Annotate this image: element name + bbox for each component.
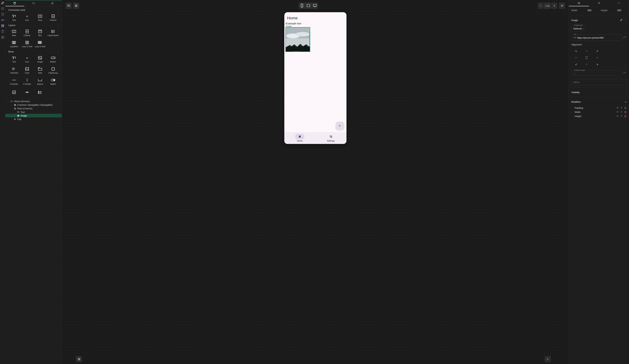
pal-switch[interactable]: Switch [47, 76, 60, 87]
pal-lazyrow[interactable]: LazyRow [7, 39, 21, 49]
pal-hdivider[interactable]: H Divider [7, 76, 21, 87]
delete-icon[interactable]: 🗑 [624, 115, 627, 118]
pal-box[interactable]: Box [34, 28, 47, 38]
drag-icon[interactable]: ⠿ [621, 115, 622, 118]
tab-actions[interactable] [589, 0, 609, 6]
canvas-add-button[interactable]: + [545, 356, 551, 362]
tree-row-image[interactable]: ▣Image [5, 114, 62, 118]
pal-textfield[interactable]: TextField [7, 65, 21, 76]
pal-column2[interactable]: Column [21, 28, 34, 38]
present-button[interactable] [66, 2, 72, 9]
nav-home[interactable]: Home [284, 132, 315, 144]
device-desktop[interactable] [312, 4, 317, 7]
nav-settings[interactable]: Settings [315, 132, 346, 144]
resize-handle-right[interactable] [310, 32, 310, 47]
align-center[interactable] [584, 55, 590, 60]
align-top[interactable]: ↑ [584, 49, 590, 53]
section-commonly-used[interactable]: Commonly used ⌄ [7, 7, 60, 12]
pal-button[interactable]: Button [47, 54, 60, 64]
rail-edit-icon[interactable] [1, 1, 4, 5]
tab-palette[interactable] [5, 0, 24, 6]
tree-row-home[interactable]: ⌄🗀Home (Screen) [5, 100, 62, 103]
pal-icon2[interactable]: ＋Icon [21, 54, 34, 64]
visibility-icon[interactable]: 👁 [617, 115, 619, 118]
grid-toggle-button[interactable] [73, 2, 79, 9]
bind-button[interactable] [623, 35, 627, 39]
delete-icon[interactable]: 🗑 [624, 107, 627, 109]
device-phone[interactable] [300, 4, 305, 8]
modifier-width[interactable]: › Width 👁⠿🗑 [571, 110, 627, 114]
alpha-input[interactable] [573, 81, 625, 84]
pal-spacer[interactable]: Spacer [34, 76, 47, 87]
tab-inspect[interactable] [569, 0, 589, 6]
align-top-left[interactable]: ↖ [573, 49, 579, 53]
width-value[interactable]: 320 [582, 9, 597, 12]
pal-numlist[interactable]: 123 [34, 87, 47, 98]
align-bottom-left[interactable]: ↙ [573, 62, 579, 66]
pal-lazycolumn[interactable]: LazyColumn [47, 28, 60, 38]
pal-checkbox[interactable] [7, 87, 21, 98]
drag-icon[interactable]: ⠿ [621, 111, 622, 114]
theme-toggle-button[interactable] [559, 2, 565, 9]
modifier-padding[interactable]: › Padding 👁⠿🗑 [571, 106, 627, 110]
align-bottom[interactable]: ↓ [584, 62, 590, 66]
pal-row2[interactable]: Row [7, 28, 21, 38]
tab-config[interactable] [43, 0, 62, 6]
selected-image[interactable] [286, 27, 310, 51]
pal-text2[interactable]: TTText [7, 54, 21, 64]
align-left[interactable]: ← [573, 55, 579, 60]
visibility-section[interactable]: Visibility ‹ [571, 90, 627, 94]
pal-icon[interactable]: ＋Icon [21, 12, 34, 23]
align-right[interactable]: → [594, 55, 600, 60]
device-tablet[interactable] [306, 4, 311, 7]
height-value[interactable]: 320 [612, 9, 627, 12]
pal-row[interactable]: Row [34, 12, 47, 23]
image-type-dropdown[interactable]: Image type Network⌄ [571, 25, 586, 32]
modifier-height[interactable]: › Height 👁⠿🗑 [571, 114, 627, 118]
rail-settings-icon[interactable] [1, 35, 4, 39]
rail-panel-icon[interactable] [1, 7, 4, 10]
pal-text[interactable]: TTText [7, 12, 21, 23]
rail-clipboard-icon[interactable] [1, 30, 4, 33]
canvas-grid-button[interactable] [76, 356, 82, 362]
rail-api-icon[interactable]: API [1, 18, 4, 22]
drag-icon[interactable]: ⠿ [621, 107, 622, 109]
pal-chipgroup[interactable]: ChipGroup [47, 65, 60, 76]
url-input[interactable] [577, 36, 620, 39]
tree-row-fab[interactable]: ⊕Fab [5, 118, 62, 121]
canvas[interactable]: − 1.0x + Home Example text Image + [62, 0, 569, 364]
align-top-right[interactable]: ↗ [594, 49, 600, 53]
pal-lazyhgrid[interactable]: Lazy H Grid [34, 39, 47, 49]
section-layout[interactable]: Layout ⌄ [7, 23, 60, 28]
alpha-field[interactable] [571, 79, 627, 85]
pal-tabs[interactable]: Tabs [34, 65, 47, 76]
align-bottom-right[interactable]: ↘ [594, 62, 600, 66]
chevron-down-icon[interactable]: ⌄ [625, 19, 627, 21]
rail-apps-icon[interactable] [1, 24, 4, 28]
pal-image[interactable]: Image [34, 54, 47, 64]
visibility-icon[interactable]: 👁 [617, 111, 619, 114]
content-scale-dropdown[interactable]: Content scale ⌄ [571, 70, 622, 76]
box-icon [38, 29, 42, 34]
pal-vdivider[interactable]: V Divider [21, 76, 34, 87]
add-modifier-button[interactable]: + [625, 100, 627, 103]
pal-slider[interactable] [21, 87, 34, 98]
zoom-in-button[interactable]: + [552, 2, 557, 9]
pal-column[interactable]: Column [47, 12, 60, 23]
visibility-icon[interactable]: 👁 [617, 107, 619, 109]
edit-icon[interactable] [620, 19, 623, 22]
section-basic[interactable]: Basic ⌄ [7, 49, 60, 54]
tab-display[interactable] [24, 0, 43, 6]
fab-button[interactable]: + [336, 122, 344, 130]
delete-icon[interactable]: 🗑 [624, 111, 627, 114]
bind-button[interactable] [623, 71, 627, 75]
rail-db-icon[interactable] [1, 12, 4, 16]
pal-card[interactable]: Card [21, 65, 34, 76]
pal-lazyvgrid[interactable]: Lazy V Grid [21, 39, 34, 49]
resize-handle-bottom[interactable] [293, 51, 300, 52]
tab-code[interactable] [609, 0, 629, 6]
tree-row-topappbar[interactable]: ›▦Common TopAppBar (TopAppBar) [5, 103, 62, 107]
tree-row-text[interactable]: TᴛText [5, 110, 62, 114]
tree-row-root[interactable]: ⌄▥Root (Column) [5, 107, 62, 110]
zoom-out-button[interactable]: − [538, 2, 543, 9]
